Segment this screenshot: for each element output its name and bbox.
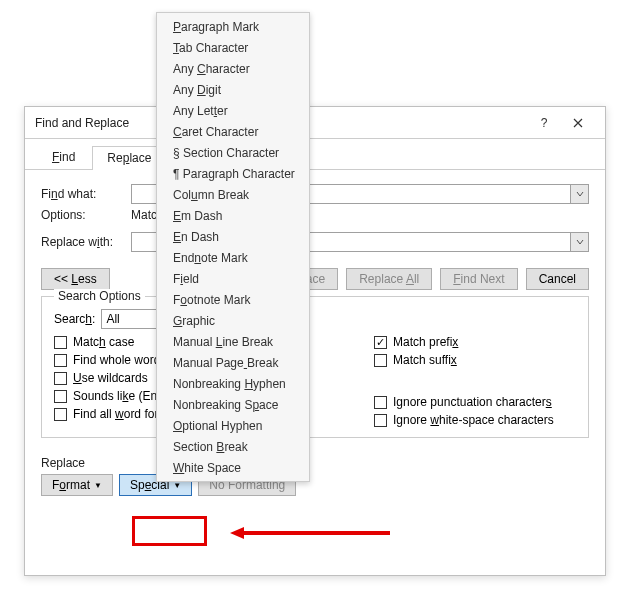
special-menu-item[interactable]: Endnote Mark	[157, 247, 309, 268]
special-menu-item[interactable]: Nonbreaking Space	[157, 394, 309, 415]
special-menu-item[interactable]: Manual Page Break	[157, 352, 309, 373]
special-menu-item[interactable]: Optional Hyphen	[157, 415, 309, 436]
special-menu-item[interactable]: Any Digit	[157, 79, 309, 100]
special-menu-item[interactable]: Field	[157, 268, 309, 289]
special-menu-item[interactable]: Any Character	[157, 58, 309, 79]
caret-down-icon: ▼	[94, 481, 102, 490]
close-icon	[573, 118, 583, 128]
find-next-button[interactable]: Find Next	[440, 268, 517, 290]
special-menu-item[interactable]: ¶ Paragraph Character	[157, 163, 309, 184]
special-menu: Paragraph MarkTab CharacterAny Character…	[156, 12, 310, 482]
find-what-dropdown-button[interactable]	[570, 185, 588, 203]
replace-all-button[interactable]: Replace All	[346, 268, 432, 290]
special-menu-item[interactable]: Nonbreaking Hyphen	[157, 373, 309, 394]
special-menu-item[interactable]: Footnote Mark	[157, 289, 309, 310]
replace-with-dropdown-button[interactable]	[570, 233, 588, 251]
ignore-punctuation-checkbox[interactable]: Ignore punctuation characters	[374, 395, 576, 409]
ignore-whitespace-checkbox[interactable]: Ignore white-space characters	[374, 413, 576, 427]
tab-find[interactable]: Find	[37, 145, 90, 169]
tabs: Find Replace Go To	[25, 139, 605, 170]
find-replace-dialog: Find and Replace ? Find Replace Go To Fi…	[24, 106, 606, 576]
format-button[interactable]: Format▼	[41, 474, 113, 496]
special-menu-item[interactable]: Caret Character	[157, 121, 309, 142]
close-button[interactable]	[561, 111, 595, 135]
search-options-legend: Search Options	[54, 289, 145, 303]
special-menu-item[interactable]: Section Break	[157, 436, 309, 457]
special-menu-item[interactable]: Paragraph Mark	[157, 16, 309, 37]
special-menu-item[interactable]: Manual Line Break	[157, 331, 309, 352]
less-button[interactable]: << Less	[41, 268, 110, 290]
match-prefix-checkbox[interactable]: Match prefix	[374, 335, 576, 349]
special-menu-item[interactable]: Tab Character	[157, 37, 309, 58]
replace-with-label: Replace with:	[41, 235, 131, 249]
cancel-button[interactable]: Cancel	[526, 268, 589, 290]
special-menu-item[interactable]: En Dash	[157, 226, 309, 247]
special-menu-item[interactable]: White Space	[157, 457, 309, 478]
find-what-label: Find what:	[41, 187, 131, 201]
special-menu-item[interactable]: § Section Character	[157, 142, 309, 163]
match-suffix-checkbox[interactable]: Match suffix	[374, 353, 576, 367]
chevron-down-icon	[576, 238, 584, 246]
titlebar: Find and Replace ?	[25, 107, 605, 139]
help-button[interactable]: ?	[527, 111, 561, 135]
special-menu-item[interactable]: Em Dash	[157, 205, 309, 226]
special-menu-item[interactable]: Any Letter	[157, 100, 309, 121]
search-options-group: Search Options Search: All Match case Fi…	[41, 296, 589, 438]
options-label: Options:	[41, 208, 131, 222]
special-menu-item[interactable]: Graphic	[157, 310, 309, 331]
chevron-down-icon	[576, 190, 584, 198]
search-direction-label: Search:	[54, 312, 95, 326]
replace-section-label: Replace	[41, 456, 589, 470]
special-menu-item[interactable]: Column Break	[157, 184, 309, 205]
